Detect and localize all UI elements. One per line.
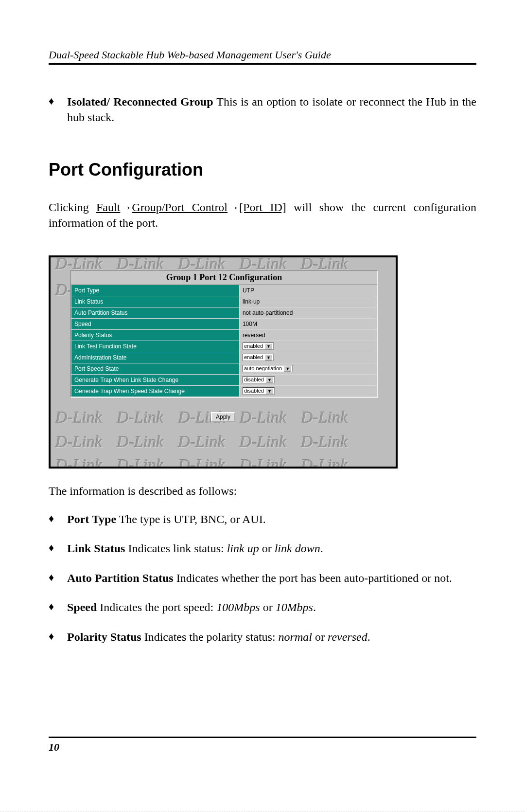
chevron-down-icon[interactable]: ▼ xyxy=(265,343,272,349)
list-item: Polarity Status Indicates the polarity s… xyxy=(49,629,476,645)
table-row: Administration Stateenabled▼ xyxy=(71,352,377,363)
select-dropdown[interactable]: auto negotiation▼ xyxy=(243,365,293,372)
select-dropdown[interactable]: enabled▼ xyxy=(243,343,274,350)
config-value: not auto-partitioned xyxy=(239,307,377,318)
config-label: Port Type xyxy=(71,285,240,296)
list-item: Auto Partition Status Indicates whether … xyxy=(49,570,476,586)
watermark-row: D-LinkD-LinkD-LinkD-LinkD-Link xyxy=(51,433,398,451)
config-label: Polarity Status xyxy=(71,329,240,341)
nav-fault: Fault xyxy=(96,201,120,214)
select-dropdown[interactable]: enabled▼ xyxy=(243,354,274,361)
config-value[interactable]: auto negotiation▼ xyxy=(239,363,377,374)
table-row: Auto Partition Statusnot auto-partitione… xyxy=(71,307,377,318)
bullet-term: Speed xyxy=(67,601,97,614)
after-figure-text: The information is described as follows: xyxy=(49,483,476,499)
config-value[interactable]: enabled▼ xyxy=(239,352,377,363)
nav-group-port: Group/Port Control xyxy=(132,201,228,214)
italic-text: 100Mbps xyxy=(216,601,260,614)
list-item: Link Status Indicates link status: link … xyxy=(49,541,476,556)
italic-text: reversed xyxy=(328,631,368,643)
config-label: Link Status xyxy=(71,296,240,307)
page: Dual-Speed Stackable Hub Web-based Manag… xyxy=(0,0,525,812)
page-footer: 10 xyxy=(49,737,476,754)
config-value[interactable]: disabled▼ xyxy=(239,374,377,385)
table-row: Link Test Function Stateenabled▼ xyxy=(71,341,377,352)
config-value[interactable]: enabled▼ xyxy=(239,341,377,352)
table-row: Speed100M xyxy=(71,318,377,329)
bullet-term: Isolated/ Reconnected Group xyxy=(67,95,213,108)
select-dropdown[interactable]: disabled▼ xyxy=(243,376,275,383)
chevron-down-icon[interactable]: ▼ xyxy=(266,388,273,394)
intro-paragraph: Clicking Fault→Group/Port Control→[Port … xyxy=(49,199,476,231)
table-row: Port Speed Stateauto negotiation▼ xyxy=(71,363,377,374)
italic-text: link down xyxy=(275,542,320,555)
config-label: Administration State xyxy=(71,352,240,363)
bullet-term: Port Type xyxy=(67,513,116,525)
config-label: Auto Partition Status xyxy=(71,307,240,318)
table-row: Generate Trap When Link State Changedisa… xyxy=(71,374,377,385)
bullet-term: Link Status xyxy=(67,542,125,555)
chevron-down-icon[interactable]: ▼ xyxy=(266,377,273,383)
bullet-text: Indicates whether the port has been auto… xyxy=(174,572,452,584)
intro-pre: Clicking xyxy=(49,201,96,214)
page-number: 10 xyxy=(49,741,59,753)
list-item: Speed Indicates the port speed: 100Mbps … xyxy=(49,599,476,615)
running-header: Dual-Speed Stackable Hub Web-based Manag… xyxy=(49,49,476,65)
config-value: UTP xyxy=(239,285,377,296)
bullet-text: Indicates link status: xyxy=(125,542,227,555)
italic-text: link up xyxy=(227,542,259,555)
italic-text: normal xyxy=(279,631,312,643)
apply-button[interactable]: Apply xyxy=(211,412,235,422)
config-label: Speed xyxy=(71,318,240,329)
section-title: Port Configuration xyxy=(49,160,476,180)
italic-text: 10Mbps xyxy=(276,601,313,614)
config-label: Link Test Function State xyxy=(71,341,240,352)
config-label: Generate Trap When Link State Change xyxy=(71,374,240,385)
config-value: reversed xyxy=(239,329,377,341)
chevron-down-icon[interactable]: ▼ xyxy=(265,355,272,361)
chevron-down-icon[interactable]: ▼ xyxy=(284,366,291,372)
config-label: Generate Trap When Speed State Change xyxy=(71,385,240,397)
select-dropdown[interactable]: disabled▼ xyxy=(243,387,275,395)
list-item: Port Type The type is UTP, BNC, or AUI. xyxy=(49,511,476,527)
config-table: Port TypeUTPLink Statuslink-upAuto Parti… xyxy=(71,285,377,397)
bullet-text: Indicates the polarity status: xyxy=(141,631,279,643)
description-bullet-list: Port Type The type is UTP, BNC, or AUI.L… xyxy=(49,511,476,645)
config-panel: Group 1 Port 12 Configuration Port TypeU… xyxy=(70,270,378,398)
table-row: Link Statuslink-up xyxy=(71,296,377,307)
table-row: Polarity Statusreversed xyxy=(71,329,377,341)
watermark-row: D-LinkD-LinkD-LinkD-LinkD-Link xyxy=(51,456,398,469)
panel-title: Group 1 Port 12 Configuration xyxy=(71,271,377,285)
config-label: Port Speed State xyxy=(71,363,240,374)
apply-wrap: Apply xyxy=(51,412,396,422)
top-bullet-list: Isolated/ Reconnected Group This is an o… xyxy=(49,94,476,126)
bullet-text: The type is UTP, BNC, or AUI. xyxy=(116,513,266,525)
bullet-term: Polarity Status xyxy=(67,631,141,643)
bullet-text: Indicates the port speed: xyxy=(97,601,216,614)
screenshot-figure: D-LinkD-LinkD-LinkD-LinkD-Link D-LinkD-L… xyxy=(49,255,398,469)
config-value[interactable]: disabled▼ xyxy=(239,385,377,397)
config-value: 100M xyxy=(239,318,377,329)
table-row: Port TypeUTP xyxy=(71,285,377,296)
nav-port-id: [Port ID] xyxy=(239,201,286,214)
bullet-term: Auto Partition Status xyxy=(67,572,174,584)
bullet-isolated-group: Isolated/ Reconnected Group This is an o… xyxy=(49,94,476,126)
config-value: link-up xyxy=(239,296,377,307)
table-row: Generate Trap When Speed State Changedis… xyxy=(71,385,377,397)
